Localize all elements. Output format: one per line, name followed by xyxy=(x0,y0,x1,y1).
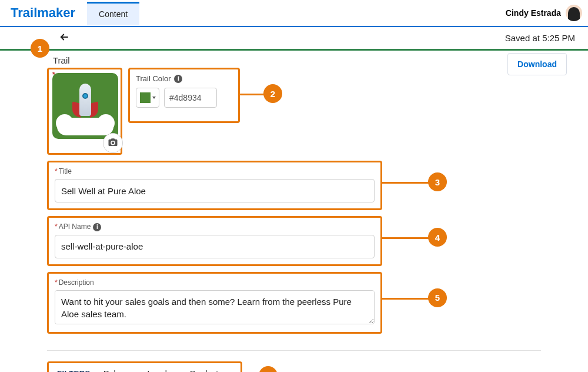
callout-badge-1: 1 xyxy=(31,39,49,58)
callout-badge-6: 6 xyxy=(259,366,278,372)
callout-badge-3: 3 xyxy=(428,172,447,191)
trail-color-label: Trail Color xyxy=(136,74,171,83)
upload-image-button[interactable] xyxy=(103,133,123,153)
description-label: Description xyxy=(59,278,94,287)
color-hex-input[interactable] xyxy=(164,88,217,108)
title-section: *Title xyxy=(47,161,382,210)
chevron-down-icon: ⌄ xyxy=(170,370,177,372)
chevron-down-icon xyxy=(152,97,156,99)
chevron-down-icon: ⌄ xyxy=(225,370,232,372)
callout-badge-4: 4 xyxy=(428,228,447,247)
trail-image-section: * xyxy=(47,68,122,155)
title-label: Title xyxy=(59,167,72,175)
api-name-input[interactable] xyxy=(55,235,375,258)
info-icon[interactable]: i xyxy=(93,223,101,231)
trail-image xyxy=(52,73,118,139)
saved-status: Saved at 5:25 PM xyxy=(505,33,575,43)
callout-badge-5: 5 xyxy=(428,288,447,307)
sub-bar: Saved at 5:25 PM xyxy=(0,27,588,51)
trail-color-section: Trail Color i xyxy=(128,68,240,123)
chevron-down-icon: ⌄ xyxy=(128,370,135,372)
filter-level[interactable]: Level⌄ xyxy=(148,369,177,372)
api-name-section: *API Namei xyxy=(47,216,382,266)
description-section: *Description xyxy=(47,272,382,334)
app-logo: Trailmaker xyxy=(6,5,75,21)
camera-icon xyxy=(108,137,118,150)
description-input[interactable] xyxy=(55,290,375,324)
tab-content[interactable]: Content xyxy=(87,2,139,25)
filter-products[interactable]: Products⌄ xyxy=(190,369,232,372)
avatar[interactable] xyxy=(566,5,582,21)
page-title: Trail xyxy=(53,55,541,65)
api-name-label: API Name xyxy=(59,222,91,231)
filters-section: FILTERS Roles⌄ Level⌄ Products⌄ xyxy=(47,361,242,372)
color-picker-button[interactable] xyxy=(136,88,159,108)
filter-roles[interactable]: Roles⌄ xyxy=(103,369,135,372)
filters-title: FILTERS xyxy=(57,369,91,372)
callout-badge-2: 2 xyxy=(263,84,282,103)
top-bar: Trailmaker Content Cindy Estrada xyxy=(0,0,588,27)
user-name: Cindy Estrada xyxy=(506,8,561,18)
title-input[interactable] xyxy=(55,179,375,202)
info-icon[interactable]: i xyxy=(174,75,182,83)
color-swatch-icon xyxy=(140,92,151,103)
back-arrow-icon[interactable] xyxy=(53,28,75,48)
